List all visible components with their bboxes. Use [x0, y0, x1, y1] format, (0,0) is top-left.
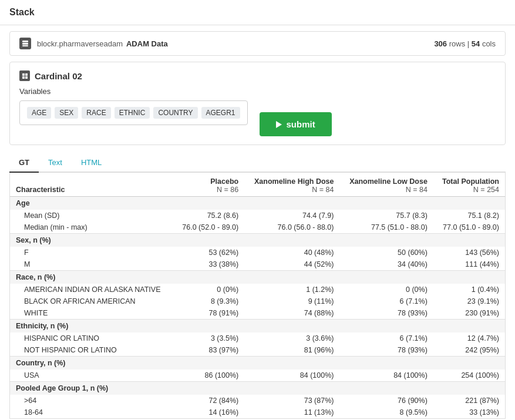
play-icon	[276, 121, 282, 128]
variables-box: AGESEXRACEETHNICCOUNTRYAGEGR1	[19, 100, 248, 125]
tab-html[interactable]: HTML	[72, 153, 111, 173]
datasource-name: blockr.pharmaverseadam	[37, 39, 123, 48]
table-column-header: Total PopulationN = 254	[433, 173, 505, 197]
tab-gt[interactable]: GT	[9, 153, 39, 173]
datasource-dataset: ADAM Data	[126, 39, 168, 48]
svg-rect-2	[22, 45, 28, 46]
svg-rect-0	[22, 41, 28, 42]
variable-tag: ETHNIC	[115, 107, 150, 119]
variable-tag: RACE	[82, 107, 110, 119]
tab-text[interactable]: Text	[39, 153, 72, 173]
data-source-bar: blockr.pharmaverseadam ADAM Data 306 row…	[9, 31, 506, 56]
table-section-header: Country, n (%)	[10, 357, 505, 370]
table-row: M33 (38%)44 (52%)34 (40%)111 (44%)	[10, 258, 505, 271]
variable-tag: SEX	[55, 107, 78, 119]
svg-rect-5	[22, 76, 25, 79]
variable-tag: AGE	[27, 107, 51, 119]
tabs: GT Text HTML	[9, 153, 506, 173]
submit-button[interactable]: submit	[260, 112, 332, 136]
variables-label: Variables	[19, 87, 496, 96]
table-row: >6472 (84%)73 (87%)76 (90%)221 (87%)	[10, 395, 505, 406]
cardinal-card: Cardinal 02 Variables AGESEXRACEETHNICCO…	[9, 62, 506, 145]
data-table: CharacteristicPlaceboN = 86Xanomeline Hi…	[10, 173, 505, 418]
table-row: Median (min - max)76.0 (52.0 - 89.0)76.0…	[10, 221, 505, 234]
table-column-header: PlaceboN = 86	[173, 173, 244, 197]
card-icon	[19, 70, 30, 81]
variable-tag: AGEGR1	[201, 107, 240, 119]
table-row: 18-6414 (16%)11 (13%)8 (9.5%)33 (13%)	[10, 406, 505, 418]
table-row: WHITE78 (91%)74 (88%)78 (93%)230 (91%)	[10, 307, 505, 320]
table-row: HISPANIC OR LATINO3 (3.5%)3 (3.6%)6 (7.1…	[10, 332, 505, 344]
svg-rect-4	[25, 73, 28, 76]
table-row: BLACK OR AFRICAN AMERICAN8 (9.3%)9 (11%)…	[10, 295, 505, 307]
data-table-container: CharacteristicPlaceboN = 86Xanomeline Hi…	[9, 173, 506, 419]
datasource-stats: 306 rows | 54 cols	[434, 39, 496, 48]
database-icon	[19, 38, 31, 49]
table-section-header: Pooled Age Group 1, n (%)	[10, 382, 505, 395]
card-body: AGESEXRACEETHNICCOUNTRYAGEGR1 submit	[19, 100, 496, 136]
table-row: Mean (SD)75.2 (8.6)74.4 (7.9)75.7 (8.3)7…	[10, 210, 505, 221]
table-row: USA86 (100%)84 (100%)84 (100%)254 (100%)	[10, 369, 505, 382]
svg-rect-3	[22, 73, 25, 76]
table-section-header: Race, n (%)	[10, 271, 505, 284]
page-title: Stack	[0, 0, 515, 25]
table-section-header: Sex, n (%)	[10, 234, 505, 247]
table-row: F53 (62%)40 (48%)50 (60%)143 (56%)	[10, 247, 505, 258]
svg-rect-6	[25, 76, 28, 79]
svg-rect-1	[22, 43, 28, 45]
table-row: AMERICAN INDIAN OR ALASKA NATIVE0 (0%)1 …	[10, 284, 505, 295]
table-row: NOT HISPANIC OR LATINO83 (97%)81 (96%)78…	[10, 344, 505, 357]
table-section-header: Ethnicity, n (%)	[10, 320, 505, 333]
table-column-header: Xanomeline Low DoseN = 84	[339, 173, 433, 197]
card-title: Cardinal 02	[19, 70, 496, 81]
variable-tag: COUNTRY	[153, 107, 197, 119]
table-column-header: Characteristic	[10, 173, 173, 197]
table-section-header: Age	[10, 197, 505, 210]
table-column-header: Xanomeline High DoseN = 84	[244, 173, 339, 197]
